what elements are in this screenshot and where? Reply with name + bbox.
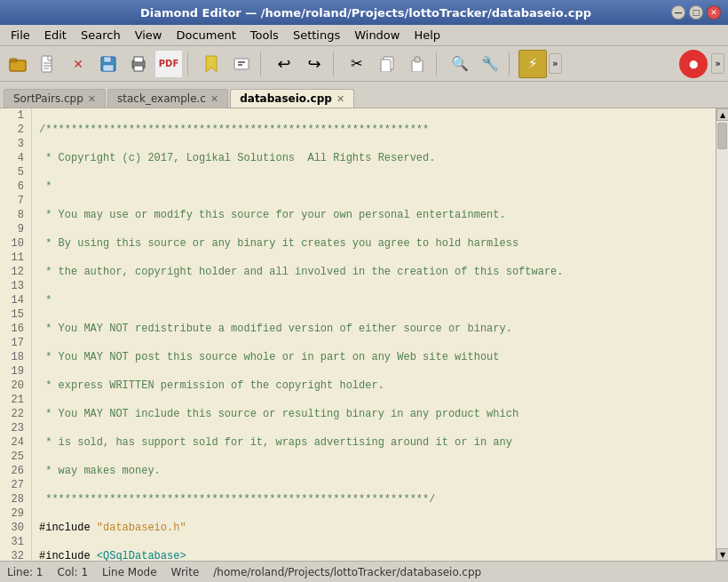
close-button[interactable]: ✕ xyxy=(707,5,721,20)
svg-rect-3 xyxy=(42,56,51,72)
menu-window[interactable]: Window xyxy=(347,27,407,44)
tab-stackexample-label: stack_example.c xyxy=(117,92,206,105)
separator-4 xyxy=(436,52,441,76)
tab-sortpairs-label: SortPairs.cpp xyxy=(13,92,83,105)
svg-rect-9 xyxy=(103,65,114,71)
status-write: Write xyxy=(171,566,200,578)
tools2-button[interactable] xyxy=(227,50,256,78)
window-title: Diamond Editor — /home/roland/Projects/l… xyxy=(60,6,671,20)
ln-16: 16 xyxy=(7,322,24,336)
status-col: Col: 1 xyxy=(58,566,89,578)
ln-11: 11 xyxy=(7,251,24,265)
titlebar: Diamond Editor — /home/roland/Projects/l… xyxy=(0,0,728,25)
ln-32: 32 xyxy=(7,549,24,561)
ln-4: 4 xyxy=(7,151,24,165)
ln-17: 17 xyxy=(7,336,24,350)
tab-sortpairs-close[interactable]: ✕ xyxy=(88,93,96,105)
tab-databaseio[interactable]: databaseio.cpp ✕ xyxy=(230,89,354,108)
find-replace-button[interactable]: 🔧 xyxy=(476,50,504,78)
ln-1: 1 xyxy=(7,108,24,123)
record-button[interactable]: ● xyxy=(679,50,708,78)
code-line-9: * You MAY NOT post this source whole or … xyxy=(39,350,708,364)
tab-stackexample-close[interactable]: ✕ xyxy=(210,93,218,105)
editor-area: 1 2 3 4 5 6 7 8 9 10 11 12 13 14 15 16 1… xyxy=(0,108,728,561)
code-line-15: #include "databaseio.h" xyxy=(39,521,708,535)
scroll-up-button[interactable]: ▲ xyxy=(716,108,728,121)
ln-14: 14 xyxy=(7,293,24,307)
cut-button[interactable]: ✂ xyxy=(343,50,371,78)
more-button[interactable]: » xyxy=(549,53,562,74)
menu-settings[interactable]: Settings xyxy=(286,27,347,44)
ln-21: 21 xyxy=(7,393,24,407)
tab-stackexample[interactable]: stack_example.c ✕ xyxy=(107,89,228,108)
code-line-8: * You MAY NOT redistribute a modified ve… xyxy=(39,322,708,336)
code-line-1: /***************************************… xyxy=(39,123,708,137)
tab-databaseio-close[interactable]: ✕ xyxy=(336,93,344,105)
window-controls: — □ ✕ xyxy=(671,5,721,20)
ln-13: 13 xyxy=(7,279,24,293)
new-file-button[interactable] xyxy=(34,50,62,78)
ln-15: 15 xyxy=(7,307,24,322)
menu-help[interactable]: Help xyxy=(407,27,447,44)
close-file-button[interactable]: ✕ xyxy=(64,50,92,78)
svg-rect-12 xyxy=(134,66,143,71)
status-mode: Line Mode xyxy=(102,566,157,578)
ln-6: 6 xyxy=(7,179,24,194)
scroll-down-button[interactable]: ▼ xyxy=(716,548,728,561)
open-folder-button[interactable] xyxy=(4,50,32,78)
ln-26: 26 xyxy=(7,464,24,478)
status-path: /home/roland/Projects/lottoTracker/datab… xyxy=(213,566,481,578)
code-editor[interactable]: /***************************************… xyxy=(32,108,716,561)
tab-databaseio-label: databaseio.cpp xyxy=(240,92,332,105)
separator-3 xyxy=(333,52,338,76)
code-line-13: * way makes money. xyxy=(39,464,708,478)
scroll-thumb[interactable] xyxy=(717,123,727,149)
menu-file[interactable]: File xyxy=(4,27,37,44)
ln-23: 23 xyxy=(7,421,24,435)
ln-24: 24 xyxy=(7,435,24,450)
record-icon: ● xyxy=(689,58,698,70)
pdf-button[interactable]: PDF xyxy=(154,50,183,78)
ln-10: 10 xyxy=(7,236,24,251)
toolbar: ✕ PDF ↩ ↪ ✂ xyxy=(0,46,728,82)
scroll-track[interactable] xyxy=(716,121,728,548)
menu-document[interactable]: Document xyxy=(169,27,242,44)
maximize-button[interactable]: □ xyxy=(689,5,703,20)
code-line-12: * is sold, has support sold for it, wrap… xyxy=(39,435,708,450)
copy-button[interactable] xyxy=(373,50,401,78)
ln-19: 19 xyxy=(7,364,24,379)
code-line-2: * Copyright (c) 2017, Logikal Solutions … xyxy=(39,151,708,165)
menu-tools[interactable]: Tools xyxy=(243,27,286,44)
separator-1 xyxy=(187,52,193,76)
more2-button[interactable]: » xyxy=(711,53,724,74)
menu-edit[interactable]: Edit xyxy=(37,27,74,44)
ln-18: 18 xyxy=(7,350,24,364)
ln-29: 29 xyxy=(7,506,24,521)
scrollbar-vertical[interactable]: ▲ ▼ xyxy=(716,108,728,561)
svg-rect-17 xyxy=(381,60,391,72)
code-line-7: * xyxy=(39,293,708,307)
redo-button[interactable]: ↪ xyxy=(300,50,328,78)
ln-27: 27 xyxy=(7,478,24,492)
code-line-4: * You may use or modify this source for … xyxy=(39,208,708,222)
line-numbers: 1 2 3 4 5 6 7 8 9 10 11 12 13 14 15 16 1… xyxy=(0,108,32,561)
macros-button[interactable]: ⚡ xyxy=(518,50,547,78)
ln-25: 25 xyxy=(7,450,24,464)
separator-5 xyxy=(509,52,514,76)
minimize-button[interactable]: — xyxy=(671,5,685,20)
code-line-10: * express WRITTEN permission of the copy… xyxy=(39,379,708,393)
paste-button[interactable] xyxy=(403,50,431,78)
ln-2: 2 xyxy=(7,123,24,137)
menu-view[interactable]: View xyxy=(128,27,170,44)
code-line-11: * You MAY NOT include this source or res… xyxy=(39,407,708,421)
bookmark-button[interactable] xyxy=(197,50,226,78)
menu-search[interactable]: Search xyxy=(74,27,128,44)
tab-sortpairs[interactable]: SortPairs.cpp ✕ xyxy=(4,89,106,108)
search-button[interactable]: 🔍 xyxy=(446,50,474,78)
ln-30: 30 xyxy=(7,521,24,535)
print-button[interactable] xyxy=(124,50,153,78)
undo-button[interactable]: ↩ xyxy=(270,50,298,78)
save-button[interactable] xyxy=(94,50,123,78)
svg-rect-8 xyxy=(104,57,111,62)
status-line: Line: 1 xyxy=(7,566,44,578)
